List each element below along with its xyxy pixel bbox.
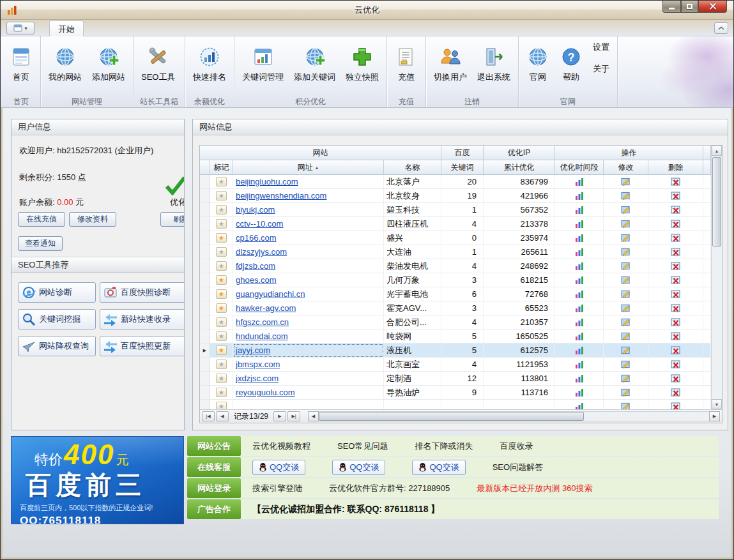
column-header[interactable]: 名称 bbox=[384, 160, 441, 175]
site-url-link[interactable]: hfgszc.com.cn bbox=[236, 317, 289, 327]
horizontal-scrollbar[interactable]: ◀ ▶ bbox=[308, 411, 720, 422]
star-icon[interactable]: ★ bbox=[216, 303, 227, 313]
edit-icon[interactable] bbox=[621, 247, 631, 257]
chart-icon[interactable] bbox=[575, 248, 584, 257]
star-icon[interactable]: ★ bbox=[216, 219, 227, 229]
table-row[interactable]: ★hfgszc.com.cn合肥公司...4210357 bbox=[200, 315, 711, 329]
chart-icon[interactable] bbox=[575, 374, 584, 383]
column-header[interactable]: 关键词 bbox=[441, 160, 484, 175]
site-url-link[interactable]: beijingluohu.com bbox=[236, 177, 298, 186]
delete-icon[interactable] bbox=[671, 191, 680, 201]
table-row[interactable]: ★cctv--10.com四柱液压机4213378 bbox=[200, 217, 711, 231]
user-button[interactable]: 刷新 bbox=[160, 212, 185, 227]
star-icon[interactable]: ★ bbox=[216, 233, 227, 243]
table-row[interactable]: ★jbmspx.com北京画室41121953 bbox=[200, 358, 711, 372]
star-icon[interactable]: ★ bbox=[216, 247, 227, 257]
scroll-left-button[interactable]: ◀ bbox=[308, 411, 319, 421]
chart-icon[interactable] bbox=[575, 318, 584, 327]
delete-icon[interactable] bbox=[671, 205, 680, 215]
star-icon[interactable]: ★ bbox=[216, 177, 227, 186]
table-row[interactable]: ★ bbox=[200, 400, 711, 409]
table-row[interactable]: ★dlzszyjys.com大连油1265611 bbox=[200, 245, 711, 259]
site-url-link[interactable]: jbmspx.com bbox=[236, 359, 280, 369]
column-header[interactable]: 优化时间段 bbox=[555, 160, 604, 175]
edit-icon[interactable] bbox=[621, 261, 631, 271]
table-row[interactable]: ★guangyudianchi.cn光宇蓄电池672768 bbox=[200, 287, 711, 301]
chart-icon[interactable] bbox=[575, 192, 584, 201]
edit-icon[interactable] bbox=[621, 233, 631, 243]
seo-tool-button[interactable]: 百度快照更新 bbox=[100, 336, 185, 356]
ribbon-button-exit[interactable]: 退出系统 bbox=[472, 38, 516, 83]
table-row[interactable]: ★fdjzsb.com柴油发电机4248692 bbox=[200, 259, 711, 273]
bottom-row-label[interactable]: 在线客服 bbox=[187, 457, 241, 477]
delete-icon[interactable] bbox=[671, 177, 680, 186]
chart-icon[interactable] bbox=[575, 262, 584, 271]
chart-icon[interactable] bbox=[575, 206, 584, 215]
vertical-scroll-thumb[interactable] bbox=[712, 157, 721, 246]
close-button[interactable] bbox=[698, 1, 727, 13]
site-url-link[interactable]: cp166.com bbox=[236, 233, 277, 243]
star-icon[interactable]: ★ bbox=[216, 275, 227, 285]
delete-icon[interactable] bbox=[671, 219, 680, 229]
column-header[interactable]: 网址▲ bbox=[233, 160, 384, 175]
star-icon[interactable]: ★ bbox=[216, 317, 227, 327]
ribbon-button-globe-add[interactable]: 添加网站 bbox=[87, 38, 130, 83]
seo-tool-button[interactable]: e网站诊断 bbox=[18, 282, 96, 303]
ad-banner[interactable]: 特价 400 元 百度前三 百度前三页内，500以下指数的正规企业词! QQ:7… bbox=[11, 436, 184, 524]
table-row[interactable]: ★reyouguolu.com导热油炉9113716 bbox=[200, 386, 711, 400]
quick-access-menu-button[interactable]: ▾ bbox=[6, 22, 34, 34]
star-icon[interactable]: ★ bbox=[216, 345, 227, 355]
table-row[interactable]: ★jxdzjsc.com定制酒12113801 bbox=[200, 372, 711, 386]
column-header[interactable]: 修改 bbox=[604, 160, 648, 175]
star-icon[interactable]: ★ bbox=[216, 388, 227, 397]
user-button[interactable]: 在线充值 bbox=[18, 212, 65, 227]
delete-icon[interactable] bbox=[671, 345, 680, 355]
ribbon-button-home[interactable]: 首页 bbox=[4, 38, 38, 83]
bottom-link[interactable]: 排名下降或消失 bbox=[415, 441, 473, 452]
edit-icon[interactable] bbox=[621, 331, 631, 341]
site-url-link[interactable]: dlzszyjys.com bbox=[236, 247, 287, 257]
delete-icon[interactable] bbox=[671, 374, 680, 383]
table-row[interactable]: ★ghoes.com几何万象3618215 bbox=[200, 273, 711, 287]
edit-icon[interactable] bbox=[621, 191, 631, 201]
title-bar[interactable]: 云优化 bbox=[1, 1, 733, 20]
chart-icon[interactable] bbox=[575, 304, 584, 313]
edit-icon[interactable] bbox=[621, 303, 631, 313]
maximize-button[interactable] bbox=[681, 1, 698, 13]
star-icon[interactable]: ★ bbox=[216, 331, 227, 341]
edit-icon[interactable] bbox=[621, 219, 631, 229]
bottom-link[interactable]: 云优化视频教程 bbox=[252, 441, 310, 452]
ribbon-button-tools[interactable]: SEO工具 bbox=[136, 38, 180, 83]
view-notice-button[interactable]: 查看通知 bbox=[18, 236, 63, 251]
delete-icon[interactable] bbox=[671, 275, 680, 285]
bottom-row-label[interactable]: 网站公告 bbox=[187, 436, 241, 456]
star-icon[interactable]: ★ bbox=[216, 191, 227, 201]
table-row[interactable]: ★cp166.com盛兴0235974 bbox=[200, 231, 711, 245]
delete-icon[interactable] bbox=[671, 331, 680, 341]
delete-icon[interactable] bbox=[671, 317, 680, 327]
edit-icon[interactable] bbox=[621, 402, 631, 409]
site-url-link[interactable]: reyouguolu.com bbox=[236, 388, 295, 397]
chart-icon[interactable] bbox=[575, 402, 584, 410]
table-row[interactable]: ★hndundai.com吨袋网51650525 bbox=[200, 329, 711, 344]
delete-icon[interactable] bbox=[671, 289, 680, 299]
table-row[interactable]: ★beijingluohu.com北京落户20836799 bbox=[200, 175, 711, 189]
delete-icon[interactable] bbox=[671, 402, 680, 409]
scroll-right-button[interactable]: ▶ bbox=[709, 411, 720, 421]
minimize-button[interactable] bbox=[662, 1, 681, 13]
chart-icon[interactable] bbox=[575, 178, 584, 186]
table-row[interactable]: ★beijingwenshendian.com北京纹身19421966 bbox=[200, 189, 711, 203]
ribbon-button-globe[interactable]: 我的网站 bbox=[43, 38, 87, 83]
chart-icon[interactable] bbox=[575, 388, 584, 397]
edit-icon[interactable] bbox=[621, 388, 631, 397]
column-header[interactable]: 标记 bbox=[210, 160, 233, 175]
ribbon-button-rank[interactable]: 快速排名 bbox=[188, 38, 231, 83]
edit-icon[interactable] bbox=[621, 359, 631, 369]
edit-icon[interactable] bbox=[621, 374, 631, 383]
site-url-link[interactable]: ghoes.com bbox=[236, 275, 277, 285]
user-button[interactable]: 修改资料 bbox=[69, 212, 116, 227]
chart-icon[interactable] bbox=[575, 290, 584, 299]
delete-icon[interactable] bbox=[671, 261, 680, 271]
ribbon-button-recharge[interactable]: 充值 bbox=[390, 38, 423, 83]
horizontal-scroll-thumb[interactable] bbox=[319, 412, 584, 421]
